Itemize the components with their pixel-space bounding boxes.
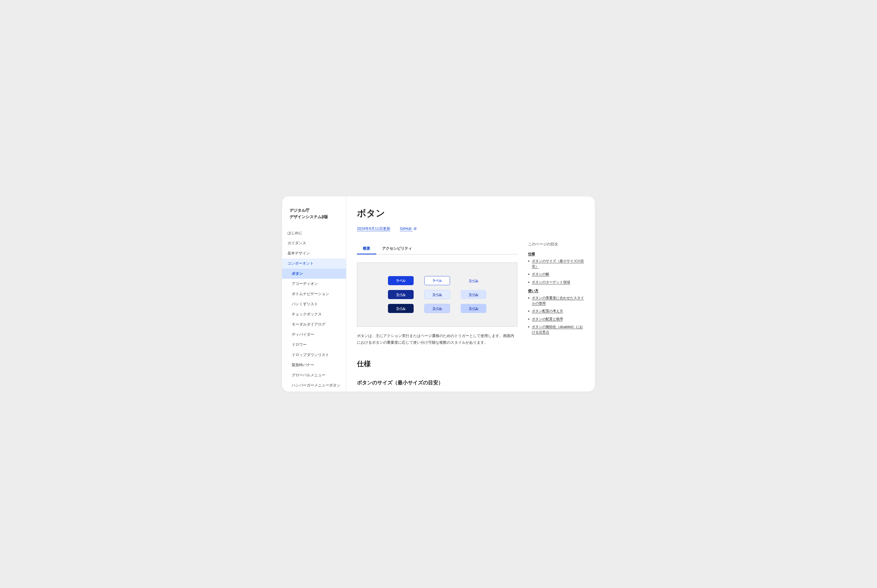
outline-column: ラベル ラベル ラベル: [424, 276, 450, 313]
sidebar-item[interactable]: グローバルメニュー: [282, 370, 346, 380]
toc-link[interactable]: ボタンの無効化（disabled）における注意点: [532, 325, 583, 334]
sidebar-item[interactable]: コンポーネント: [282, 258, 346, 268]
toc-item: ボタンの無効化（disabled）における注意点: [528, 324, 584, 334]
sidebar-item[interactable]: 基本デザイン: [282, 248, 346, 258]
content: ボタン 2024年6月11日更新 GitHub 概要アクセシビリティ ラベル ラ…: [357, 207, 517, 392]
sidebar-item[interactable]: ドロップダウンリスト: [282, 350, 346, 360]
sidebar-nav: はじめにガイダンス基本デザインコンポーネントボタンアコーディオンボトムナビゲーシ…: [282, 228, 346, 392]
sidebar-item[interactable]: ディバイダー: [282, 330, 346, 340]
text-button-hover[interactable]: ラベル: [461, 290, 487, 299]
toc-item: ボタンの配置と順序: [528, 316, 584, 322]
outline-button-default[interactable]: ラベル: [424, 276, 450, 285]
toc-item: ボタン配置の考え方: [528, 308, 584, 314]
sidebar-item[interactable]: パンくずリスト: [282, 299, 346, 309]
sidebar-item[interactable]: アコーディオン: [282, 279, 346, 289]
section-size-heading: ボタンのサイズ（最小サイズの目安）: [357, 379, 517, 386]
tab[interactable]: 概要: [357, 243, 376, 254]
sidebar-item[interactable]: ドロワー: [282, 340, 346, 350]
tab[interactable]: アクセシビリティ: [376, 243, 418, 254]
site-title-line1: デジタル庁: [290, 207, 341, 213]
sidebar-item[interactable]: ガイダンス: [282, 238, 346, 248]
primary-column: ラベル ラベル ラベル: [388, 276, 414, 313]
toc-link[interactable]: ボタン配置の考え方: [532, 309, 563, 313]
text-button-default[interactable]: ラベル: [461, 276, 487, 285]
primary-button-hover[interactable]: ラベル: [388, 290, 414, 299]
toc-section-heading[interactable]: 仕様: [528, 252, 584, 256]
updated-link[interactable]: 2024年6月11日更新: [357, 226, 390, 231]
page-description: ボタンは、主にアクション実行またはページ遷移のためのトリガーとして使用します。画…: [357, 333, 517, 346]
toc-title: このページの目次: [528, 242, 584, 247]
outline-button-hover[interactable]: ラベル: [424, 290, 450, 299]
sidebar-item[interactable]: モーダルダイアログ: [282, 320, 346, 330]
sidebar-item[interactable]: 緊急時バナー: [282, 360, 346, 370]
toc-link[interactable]: ボタンの幅: [532, 272, 549, 276]
toc-item: ボタンの重要度に合わせたスタイルの使用: [528, 296, 584, 306]
section-spec-heading: 仕様: [357, 359, 517, 369]
sidebar-item[interactable]: ヘッダーコンテナ: [282, 390, 346, 392]
sidebar-item[interactable]: ボタン: [282, 268, 346, 279]
sidebar-item[interactable]: ハンバーガーメニューボタン: [282, 380, 346, 390]
toc-link[interactable]: ボタンのサイズ（最小サイズの目安）: [532, 259, 584, 268]
outline-button-active[interactable]: ラベル: [424, 304, 450, 313]
toc-item: ボタンの幅: [528, 272, 584, 277]
toc-item: ボタンのターゲット領域: [528, 280, 584, 285]
table-of-contents: このページの目次 仕様ボタンのサイズ（最小サイズの目安）ボタンの幅ボタンのターゲ…: [528, 207, 584, 392]
sidebar-item[interactable]: チェックボックス: [282, 309, 346, 320]
primary-button-default[interactable]: ラベル: [388, 276, 414, 285]
tabs: 概要アクセシビリティ: [357, 243, 517, 255]
page-title: ボタン: [357, 207, 517, 219]
sidebar-item[interactable]: はじめに: [282, 228, 346, 238]
sidebar-item[interactable]: ボトムナビゲーション: [282, 289, 346, 299]
meta-links: 2024年6月11日更新 GitHub: [357, 226, 517, 231]
app-window: デジタル庁 デザインシステムβ版 はじめにガイダンス基本デザインコンポーネントボ…: [282, 196, 595, 392]
site-title: デジタル庁 デザインシステムβ版: [282, 196, 346, 228]
toc-link[interactable]: ボタンの配置と順序: [532, 317, 563, 321]
toc-section-heading[interactable]: 使い方: [528, 288, 584, 293]
toc-list: ボタンのサイズ（最小サイズの目安）ボタンの幅ボタンのターゲット領域: [528, 258, 584, 285]
toc-link[interactable]: ボタンの重要度に合わせたスタイルの使用: [532, 296, 584, 305]
main-area: ボタン 2024年6月11日更新 GitHub 概要アクセシビリティ ラベル ラ…: [346, 196, 595, 392]
external-link-icon: [414, 227, 417, 230]
sidebar: デジタル庁 デザインシステムβ版 はじめにガイダンス基本デザインコンポーネントボ…: [282, 196, 346, 392]
site-title-line2: デザインシステムβ版: [290, 213, 341, 220]
github-link[interactable]: GitHub: [400, 226, 417, 231]
button-examples: ラベル ラベル ラベル ラベル ラベル ラベル ラベル ラベル ラベル: [357, 262, 517, 327]
toc-item: ボタンのサイズ（最小サイズの目安）: [528, 258, 584, 269]
text-button-active[interactable]: ラベル: [461, 304, 487, 313]
text-column: ラベル ラベル ラベル: [461, 276, 487, 313]
github-label: GitHub: [400, 226, 412, 231]
toc-link[interactable]: ボタンのターゲット領域: [532, 280, 570, 284]
primary-button-active[interactable]: ラベル: [388, 304, 414, 313]
toc-list: ボタンの重要度に合わせたスタイルの使用ボタン配置の考え方ボタンの配置と順序ボタン…: [528, 296, 584, 334]
